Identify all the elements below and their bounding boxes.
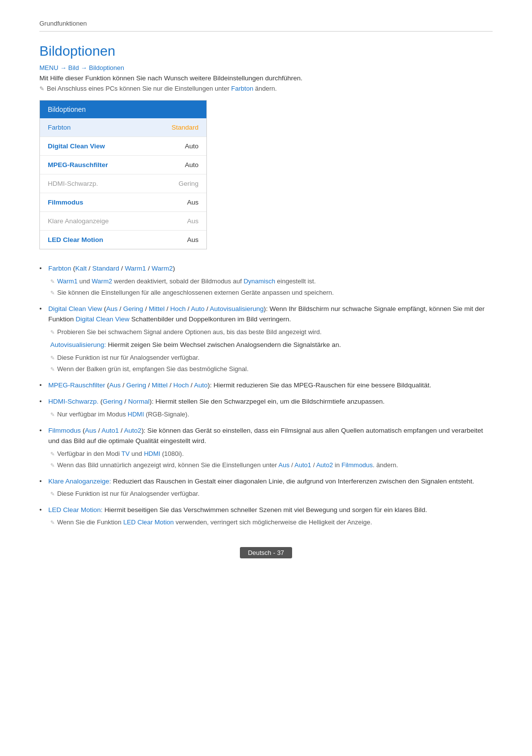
menu-item-farbton[interactable]: Farbton Standard (40, 118, 206, 137)
subnote-icon: ✎ (50, 365, 55, 374)
intro-text: Mit Hilfe dieser Funktion können Sie nac… (39, 74, 493, 82)
menu-item-mpeg-rauschfilter[interactable]: MPEG-Rauschfilter Auto (40, 156, 206, 174)
subnote-icon: ✎ (50, 518, 55, 527)
menu-box: Bildoptionen Farbton Standard Digital Cl… (39, 100, 207, 249)
subnote: ✎ Nur verfügbar im Modus HDMI (RGB-Signa… (50, 410, 493, 419)
subnote-icon: ✎ (50, 450, 55, 458)
subnote: ✎ Wenn das Bild unnatürlich angezeigt wi… (50, 460, 493, 470)
breadcrumb-menu[interactable]: MENU (39, 64, 58, 71)
note-icon: ✎ (39, 85, 44, 92)
page-title: Bildoptionen (39, 43, 493, 59)
subnote: ✎ Wenn Sie die Funktion LED Clear Motion… (50, 517, 493, 527)
note-farbton-link: Farbton (231, 85, 253, 92)
note-line: ✎ Bei Anschluss eines PCs können Sie nur… (39, 85, 493, 92)
menu-item-hdmi-schwarzp[interactable]: HDMI-Schwarzp. Gering (40, 174, 206, 193)
subnote: ✎ Diese Funktion ist nur für Analogsende… (50, 353, 493, 363)
subnote-icon: ✎ (50, 461, 55, 470)
autovis-block: Autovisualisierung: Hiermit zeigen Sie b… (48, 340, 493, 350)
subnote: ✎ Wenn der Balken grün ist, empfangen Si… (50, 364, 493, 374)
list-item-led-clear-motion: LED Clear Motion: Hiermit beseitigen Sie… (39, 505, 493, 527)
breadcrumb: MENU → Bild → Bildoptionen (39, 64, 493, 71)
subnote: ✎ Sie können die Einstellungen für alle … (50, 288, 493, 298)
menu-box-title: Bildoptionen (40, 101, 206, 118)
menu-item-klare-analoganzeige[interactable]: Klare Analoganzeige Aus (40, 212, 206, 231)
subnote-icon: ✎ (50, 354, 55, 362)
breadcrumb-bildoptionen[interactable]: Bildoptionen (89, 64, 124, 71)
footer-badge: Deutsch - 37 (240, 547, 292, 558)
section-label: Grundfunktionen (39, 20, 493, 32)
subnote-icon: ✎ (50, 490, 55, 498)
menu-item-led-clear-motion[interactable]: LED Clear Motion Aus (40, 231, 206, 249)
subnote-icon: ✎ (50, 289, 55, 297)
subnote-icon: ✎ (50, 277, 55, 286)
menu-item-digital-clean-view[interactable]: Digital Clean View Auto (40, 137, 206, 156)
subnote: ✎ Verfügbar in den Modi TV und HDMI (108… (50, 449, 493, 459)
footer: Deutsch - 37 (39, 547, 493, 558)
list-item-filmmodus: Filmmodus (Aus / Auto1 / Auto2): Sie kön… (39, 425, 493, 470)
content-list: Farbton (Kalt / Standard / Warm1 / Warm2… (39, 263, 493, 527)
list-item-farbton: Farbton (Kalt / Standard / Warm1 / Warm2… (39, 263, 493, 298)
list-item-mpeg-rauschfilter: MPEG-Rauschfilter (Aus / Gering / Mittel… (39, 380, 493, 391)
subnote: ✎ Diese Funktion ist nur für Analogsende… (50, 489, 493, 499)
breadcrumb-bild[interactable]: Bild (68, 64, 79, 71)
subnote-icon: ✎ (50, 411, 55, 419)
list-item-hdmi-schwarzp: HDMI-Schwarzp. (Gering / Normal): Hiermi… (39, 396, 493, 419)
subnote: ✎ Warm1 und Warm2 werden deaktiviert, so… (50, 276, 493, 286)
list-item-klare-analoganzeige: Klare Analoganzeige: Reduziert das Rausc… (39, 476, 493, 499)
subnote-icon: ✎ (50, 328, 55, 337)
list-item-digital-clean-view: Digital Clean View (Aus / Gering / Mitte… (39, 304, 493, 374)
subnote: ✎ Probieren Sie bei schwachem Signal and… (50, 327, 493, 337)
menu-item-filmmodus[interactable]: Filmmodus Aus (40, 193, 206, 212)
